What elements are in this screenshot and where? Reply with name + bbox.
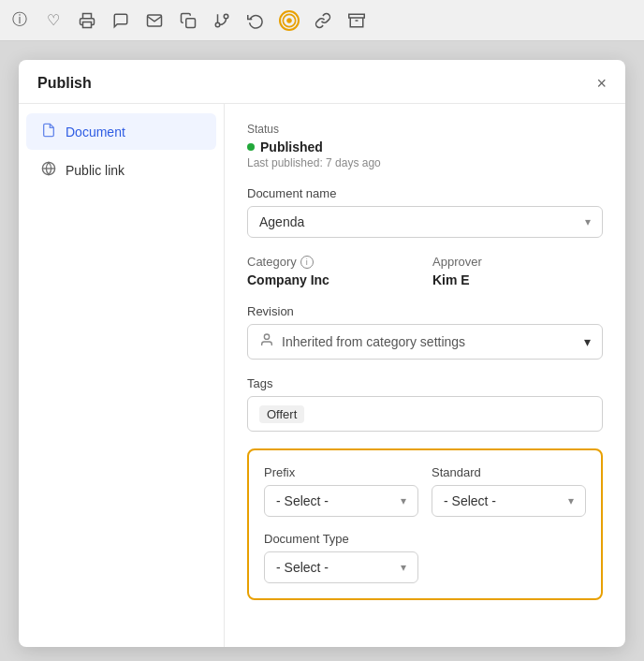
- status-value: Published: [260, 140, 323, 154]
- prefix-label: Prefix: [264, 465, 418, 479]
- revision-value: Inherited from category settings: [282, 334, 465, 349]
- prefix-section: Prefix - Select - ▾: [264, 465, 418, 517]
- modal-area: Publish × Document Public link: [0, 41, 644, 661]
- standard-section: Standard - Select - ▾: [432, 465, 586, 517]
- approver-value: Kim E: [432, 272, 603, 287]
- comment-icon[interactable]: [110, 10, 131, 31]
- status-dot: [247, 143, 255, 151]
- category-info: Category i Company Inc: [247, 255, 417, 287]
- document-type-chevron-icon: ▾: [401, 561, 406, 574]
- mail-icon[interactable]: [144, 10, 165, 31]
- svg-rect-0: [83, 22, 92, 27]
- svg-rect-1: [186, 18, 196, 27]
- heart-icon[interactable]: ♡: [43, 10, 64, 31]
- status-label: Status: [247, 123, 603, 136]
- standard-label: Standard: [432, 465, 586, 479]
- standard-value: - Select -: [444, 493, 496, 508]
- revision-section: Revision Inherited from category setting…: [247, 304, 603, 360]
- modal-body: Document Public link Status Published: [19, 104, 625, 647]
- modal-header: Publish ×: [19, 60, 625, 104]
- info-icon[interactable]: ⓘ: [9, 10, 30, 31]
- link-icon[interactable]: [313, 10, 333, 31]
- tags-section: Tags Offert: [247, 376, 603, 432]
- prefix-standard-row: Prefix - Select - ▾ Standard - Select -: [264, 465, 586, 517]
- approver-label: Approver: [432, 255, 603, 269]
- standard-chevron-icon: ▾: [568, 494, 574, 507]
- revision-label: Revision: [247, 304, 603, 318]
- tags-label: Tags: [247, 376, 603, 390]
- sidebar-item-public-link[interactable]: Public link: [26, 152, 216, 188]
- sidebar-item-document[interactable]: Document: [26, 113, 216, 150]
- history-icon[interactable]: [245, 10, 266, 31]
- prefix-value: - Select -: [276, 493, 329, 508]
- document-type-value: - Select -: [276, 560, 329, 575]
- status-sub: Last published: 7 days ago: [247, 156, 603, 169]
- sidebar-item-public-link-label: Public link: [66, 163, 124, 178]
- tags-box[interactable]: Offert: [247, 396, 603, 432]
- category-info-icon[interactable]: i: [300, 256, 314, 269]
- sidebar: Document Public link: [19, 104, 225, 647]
- document-type-section: Document Type - Select - ▾: [264, 532, 586, 583]
- copy-icon[interactable]: [178, 10, 198, 31]
- archive-icon[interactable]: [346, 10, 367, 31]
- tag-item: Offert: [259, 405, 304, 423]
- category-label: Category i: [247, 255, 417, 269]
- svg-point-4: [215, 22, 220, 27]
- standard-select[interactable]: - Select - ▾: [432, 485, 586, 517]
- document-name-label: Document name: [247, 186, 603, 200]
- chevron-down-icon: ▾: [585, 215, 591, 228]
- print-icon[interactable]: [77, 10, 97, 31]
- prefix-select[interactable]: - Select - ▾: [264, 485, 418, 517]
- category-approver-row: Category i Company Inc Approver Kim E: [247, 255, 603, 287]
- svg-point-6: [287, 19, 291, 22]
- main-content: Status Published Last published: 7 days …: [225, 104, 625, 647]
- close-button[interactable]: ×: [596, 75, 607, 92]
- document-name-section: Document name Agenda ▾: [247, 186, 603, 238]
- sidebar-item-document-label: Document: [66, 125, 125, 140]
- svg-rect-7: [349, 14, 365, 18]
- status-published: Published: [247, 140, 603, 154]
- globe-icon: [41, 161, 56, 179]
- document-type-select[interactable]: - Select - ▾: [264, 551, 418, 583]
- publish-modal: Publish × Document Public link: [19, 60, 625, 647]
- publish-icon[interactable]: [279, 10, 300, 31]
- toolbar: ⓘ ♡: [0, 0, 644, 41]
- approver-info: Approver Kim E: [432, 255, 603, 287]
- revision-left: Inherited from category settings: [259, 332, 465, 351]
- revision-select[interactable]: Inherited from category settings ▾: [247, 324, 603, 360]
- status-section: Status Published Last published: 7 days …: [247, 123, 603, 169]
- document-name-value: Agenda: [259, 214, 304, 229]
- document-icon: [41, 123, 56, 140]
- document-type-label: Document Type: [264, 532, 586, 546]
- category-value: Company Inc: [247, 272, 417, 287]
- prefix-chevron-icon: ▾: [401, 494, 406, 507]
- svg-point-11: [264, 334, 269, 339]
- revision-chevron-icon: ▾: [584, 334, 591, 349]
- svg-point-3: [224, 14, 228, 19]
- highlight-section: Prefix - Select - ▾ Standard - Select -: [247, 448, 603, 600]
- branch-icon[interactable]: [212, 10, 232, 31]
- document-name-select[interactable]: Agenda ▾: [247, 206, 603, 238]
- modal-title: Publish: [37, 75, 92, 92]
- person-icon: [259, 332, 274, 351]
